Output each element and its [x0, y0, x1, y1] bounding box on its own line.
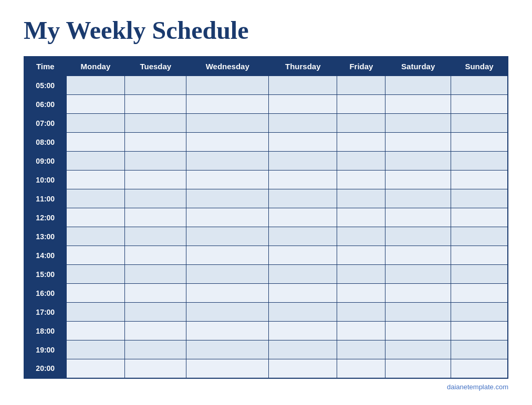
day-cell[interactable]: [125, 303, 186, 322]
day-cell[interactable]: [337, 265, 385, 284]
day-cell[interactable]: [269, 133, 337, 152]
day-cell[interactable]: [337, 152, 385, 170]
day-cell[interactable]: [125, 322, 186, 340]
day-cell[interactable]: [385, 284, 451, 303]
day-cell[interactable]: [186, 340, 269, 359]
day-cell[interactable]: [186, 95, 269, 114]
day-cell[interactable]: [385, 76, 451, 95]
day-cell[interactable]: [451, 303, 508, 322]
day-cell[interactable]: [269, 322, 337, 340]
day-cell[interactable]: [451, 227, 508, 246]
day-cell[interactable]: [186, 303, 269, 322]
day-cell[interactable]: [269, 227, 337, 246]
day-cell[interactable]: [269, 170, 337, 189]
day-cell[interactable]: [451, 246, 508, 265]
day-cell[interactable]: [385, 322, 451, 340]
day-cell[interactable]: [337, 95, 385, 114]
day-cell[interactable]: [269, 208, 337, 227]
day-cell[interactable]: [66, 208, 125, 227]
day-cell[interactable]: [66, 76, 125, 95]
day-cell[interactable]: [66, 95, 125, 114]
day-cell[interactable]: [337, 208, 385, 227]
day-cell[interactable]: [186, 170, 269, 189]
day-cell[interactable]: [451, 152, 508, 170]
day-cell[interactable]: [186, 208, 269, 227]
day-cell[interactable]: [451, 265, 508, 284]
day-cell[interactable]: [269, 246, 337, 265]
day-cell[interactable]: [337, 359, 385, 378]
day-cell[interactable]: [337, 170, 385, 189]
day-cell[interactable]: [186, 265, 269, 284]
day-cell[interactable]: [385, 340, 451, 359]
day-cell[interactable]: [186, 152, 269, 170]
day-cell[interactable]: [451, 170, 508, 189]
day-cell[interactable]: [337, 246, 385, 265]
day-cell[interactable]: [385, 152, 451, 170]
day-cell[interactable]: [451, 284, 508, 303]
day-cell[interactable]: [125, 227, 186, 246]
day-cell[interactable]: [66, 359, 125, 378]
day-cell[interactable]: [451, 189, 508, 208]
day-cell[interactable]: [451, 322, 508, 340]
day-cell[interactable]: [125, 170, 186, 189]
day-cell[interactable]: [186, 284, 269, 303]
day-cell[interactable]: [337, 303, 385, 322]
day-cell[interactable]: [385, 265, 451, 284]
day-cell[interactable]: [337, 284, 385, 303]
day-cell[interactable]: [451, 133, 508, 152]
day-cell[interactable]: [66, 340, 125, 359]
day-cell[interactable]: [337, 76, 385, 95]
day-cell[interactable]: [269, 284, 337, 303]
day-cell[interactable]: [125, 265, 186, 284]
day-cell[interactable]: [125, 284, 186, 303]
day-cell[interactable]: [66, 189, 125, 208]
day-cell[interactable]: [385, 189, 451, 208]
day-cell[interactable]: [269, 95, 337, 114]
day-cell[interactable]: [125, 359, 186, 378]
day-cell[interactable]: [186, 114, 269, 133]
day-cell[interactable]: [66, 170, 125, 189]
day-cell[interactable]: [125, 95, 186, 114]
day-cell[interactable]: [385, 246, 451, 265]
day-cell[interactable]: [269, 76, 337, 95]
day-cell[interactable]: [337, 133, 385, 152]
day-cell[interactable]: [269, 303, 337, 322]
day-cell[interactable]: [186, 227, 269, 246]
day-cell[interactable]: [269, 265, 337, 284]
day-cell[interactable]: [125, 133, 186, 152]
day-cell[interactable]: [66, 152, 125, 170]
day-cell[interactable]: [66, 284, 125, 303]
day-cell[interactable]: [337, 189, 385, 208]
day-cell[interactable]: [186, 322, 269, 340]
day-cell[interactable]: [269, 152, 337, 170]
day-cell[interactable]: [66, 322, 125, 340]
day-cell[interactable]: [269, 359, 337, 378]
day-cell[interactable]: [186, 246, 269, 265]
day-cell[interactable]: [337, 227, 385, 246]
day-cell[interactable]: [451, 76, 508, 95]
day-cell[interactable]: [66, 265, 125, 284]
day-cell[interactable]: [385, 133, 451, 152]
day-cell[interactable]: [125, 152, 186, 170]
day-cell[interactable]: [451, 359, 508, 378]
day-cell[interactable]: [337, 322, 385, 340]
day-cell[interactable]: [125, 208, 186, 227]
day-cell[interactable]: [66, 114, 125, 133]
day-cell[interactable]: [451, 208, 508, 227]
day-cell[interactable]: [66, 227, 125, 246]
day-cell[interactable]: [385, 114, 451, 133]
day-cell[interactable]: [125, 114, 186, 133]
day-cell[interactable]: [385, 208, 451, 227]
day-cell[interactable]: [186, 359, 269, 378]
day-cell[interactable]: [385, 303, 451, 322]
day-cell[interactable]: [125, 340, 186, 359]
day-cell[interactable]: [186, 189, 269, 208]
day-cell[interactable]: [451, 114, 508, 133]
day-cell[interactable]: [66, 246, 125, 265]
day-cell[interactable]: [186, 76, 269, 95]
day-cell[interactable]: [385, 95, 451, 114]
day-cell[interactable]: [337, 340, 385, 359]
day-cell[interactable]: [337, 114, 385, 133]
day-cell[interactable]: [125, 76, 186, 95]
day-cell[interactable]: [269, 114, 337, 133]
